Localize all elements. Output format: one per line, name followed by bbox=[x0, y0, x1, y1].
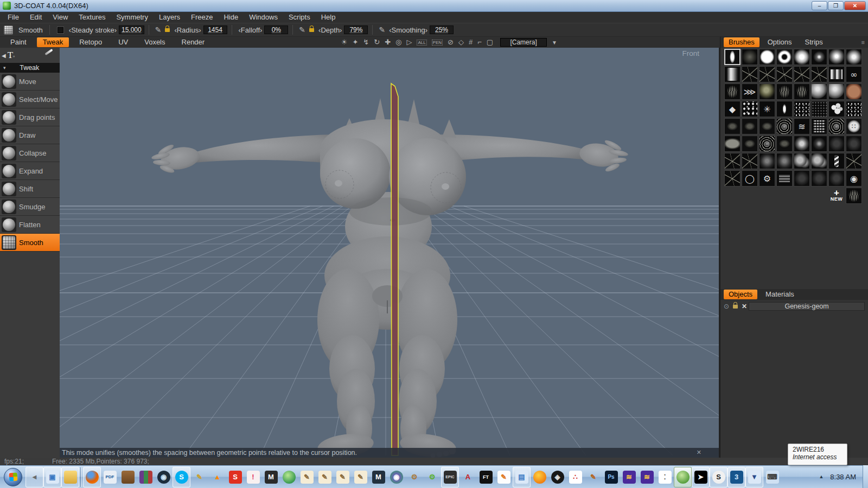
brush-thumb[interactable] bbox=[811, 84, 827, 100]
brush-thumb[interactable] bbox=[776, 170, 793, 187]
brush-thumb[interactable]: ◯ bbox=[742, 170, 758, 187]
brush-thumb[interactable] bbox=[759, 136, 775, 152]
quill-app-icon[interactable]: ✎ bbox=[352, 467, 369, 487]
brush-thumb[interactable] bbox=[828, 153, 845, 169]
3ds-max-icon[interactable]: 3 bbox=[727, 467, 745, 487]
pdf-reader-icon[interactable]: PDF bbox=[101, 467, 119, 487]
vegas-app-icon[interactable]: ≋ bbox=[638, 467, 656, 487]
play-icon[interactable]: ▷ bbox=[406, 37, 412, 48]
brush-thumb[interactable]: ◉ bbox=[846, 170, 862, 187]
falloff-value[interactable]: 0% bbox=[264, 25, 288, 34]
brush-thumb[interactable] bbox=[846, 153, 862, 169]
camera-dropdown-arrow[interactable]: ▼ bbox=[552, 40, 557, 46]
autodesk-icon[interactable]: A bbox=[459, 467, 477, 487]
gear-green-icon[interactable]: ⚙ bbox=[423, 467, 441, 487]
stroke-tool-icon[interactable] bbox=[44, 49, 53, 55]
brush-thumb[interactable] bbox=[811, 153, 827, 169]
menu-item-symmetry[interactable]: Symmetry bbox=[111, 12, 154, 23]
brush-thumb[interactable] bbox=[759, 118, 775, 134]
brush-thumb[interactable] bbox=[759, 66, 775, 82]
visibility-eye-icon[interactable]: ⊙ bbox=[724, 303, 729, 310]
taskbar-clock[interactable]: 8:38 AM bbox=[830, 473, 856, 481]
brush-thumb[interactable]: ≋ bbox=[794, 118, 810, 134]
brush-thumb[interactable] bbox=[776, 118, 793, 134]
brush-thumb[interactable] bbox=[811, 66, 827, 82]
start-button[interactable] bbox=[4, 468, 22, 486]
tool-item-shift[interactable]: Shift bbox=[0, 180, 60, 198]
plug-app-icon[interactable]: ⁚ bbox=[656, 467, 674, 487]
tab-render[interactable]: Render bbox=[176, 37, 211, 47]
m-black-app-icon[interactable]: M bbox=[262, 467, 280, 487]
3d-viewport[interactable]: Front This mode unifies (smoothes) the s… bbox=[60, 48, 719, 458]
brush-thumb[interactable] bbox=[811, 136, 827, 152]
eye-app-icon[interactable]: ◉ bbox=[387, 467, 405, 487]
radius-label[interactable]: ‹Radius› bbox=[174, 26, 201, 34]
axis-icon[interactable]: ⌐ bbox=[477, 37, 482, 48]
brush-thumb[interactable] bbox=[846, 84, 862, 100]
brush-thumb[interactable] bbox=[794, 136, 810, 152]
skype-icon[interactable]: S bbox=[173, 467, 190, 487]
gear-brown-icon[interactable]: ⚙ bbox=[405, 467, 423, 487]
restore-button[interactable]: ❐ bbox=[828, 1, 844, 10]
ft-app-icon[interactable]: FT bbox=[477, 467, 495, 487]
green-orb-app-icon[interactable] bbox=[280, 467, 298, 487]
brush-thumb[interactable] bbox=[776, 101, 793, 117]
tray-expand-icon[interactable]: ▲ bbox=[814, 472, 828, 481]
all-toggle-icon[interactable]: ALL bbox=[417, 40, 426, 46]
pan-icon[interactable]: ✚ bbox=[385, 37, 391, 48]
tab-tweak[interactable]: Tweak bbox=[37, 37, 69, 47]
brush-thumb[interactable] bbox=[794, 101, 810, 117]
notepad-icon[interactable]: ✎ bbox=[495, 467, 513, 487]
brush-thumb[interactable] bbox=[776, 84, 793, 100]
brush-thumb[interactable] bbox=[828, 49, 845, 65]
brush-thumb[interactable]: ⋙ bbox=[742, 84, 758, 100]
collapse-arrow-icon[interactable]: ◀ bbox=[2, 53, 6, 59]
winrar-icon[interactable] bbox=[137, 467, 155, 487]
rotate-icon[interactable]: ↻ bbox=[374, 37, 380, 48]
vegas-app-icon[interactable]: ≋ bbox=[620, 467, 638, 487]
scrivener-icon[interactable]: ! bbox=[244, 467, 262, 487]
tab-brushes[interactable]: Brushes bbox=[724, 37, 760, 47]
brush-thumb[interactable] bbox=[759, 49, 775, 65]
brush-thumb[interactable] bbox=[742, 49, 758, 65]
camera-select[interactable]: [Camera] bbox=[500, 38, 547, 47]
radius-value[interactable]: 1454 bbox=[203, 25, 227, 34]
brush-thumb[interactable]: ∞ bbox=[846, 66, 862, 82]
brush-thumb[interactable] bbox=[742, 66, 758, 82]
quill-app-icon[interactable]: ✎ bbox=[316, 467, 334, 487]
tool-item-smudge[interactable]: Smudge bbox=[0, 198, 60, 216]
unity-icon[interactable]: ◈ bbox=[548, 467, 566, 487]
tattoo-brush-icon[interactable]: ✎ bbox=[190, 467, 208, 487]
menu-item-windows[interactable]: Windows bbox=[244, 12, 283, 23]
tool-item-smooth[interactable]: Smooth bbox=[0, 234, 60, 252]
brush-thumb[interactable] bbox=[794, 66, 810, 82]
brush-thumb[interactable] bbox=[742, 153, 758, 169]
lamp-icon[interactable]: ✦ bbox=[352, 37, 358, 48]
brush-thumb[interactable] bbox=[794, 153, 810, 169]
brush-thumb[interactable] bbox=[776, 136, 793, 152]
grid-icon[interactable]: # bbox=[469, 37, 473, 48]
delete-x-icon[interactable]: ✕ bbox=[742, 303, 747, 310]
brush-thumb[interactable] bbox=[742, 101, 758, 117]
panel-menu-icon[interactable]: ≡ bbox=[861, 39, 865, 46]
smart-app-icon[interactable]: S bbox=[226, 467, 244, 487]
brush-thumb[interactable] bbox=[828, 170, 845, 187]
object-name[interactable]: Genesis-geom bbox=[749, 302, 865, 311]
photoshop-icon[interactable]: Ps bbox=[602, 467, 620, 487]
tab-retopo[interactable]: Retopo bbox=[73, 37, 108, 47]
brush-thumb[interactable] bbox=[846, 136, 862, 152]
quill-app-icon[interactable]: ✎ bbox=[298, 467, 316, 487]
tool-item-collapse[interactable]: Collapse bbox=[0, 144, 60, 162]
lock-icon[interactable] bbox=[733, 305, 738, 309]
brush-thumb[interactable] bbox=[724, 49, 741, 65]
epic-games-icon[interactable]: EPIC bbox=[441, 467, 459, 487]
tab-paint[interactable]: Paint bbox=[4, 37, 33, 47]
steady-stroke-checkbox[interactable] bbox=[58, 27, 63, 33]
brush-thumb[interactable] bbox=[846, 101, 862, 117]
pen-toggle-icon[interactable]: PEN bbox=[432, 40, 443, 46]
brush-thumb[interactable] bbox=[846, 49, 862, 65]
brush-thumb[interactable]: ◆ bbox=[724, 101, 741, 117]
falloff-label[interactable]: ‹Falloff› bbox=[239, 26, 263, 34]
brush-thumb[interactable] bbox=[828, 118, 845, 134]
brush-thumb[interactable] bbox=[828, 136, 845, 152]
